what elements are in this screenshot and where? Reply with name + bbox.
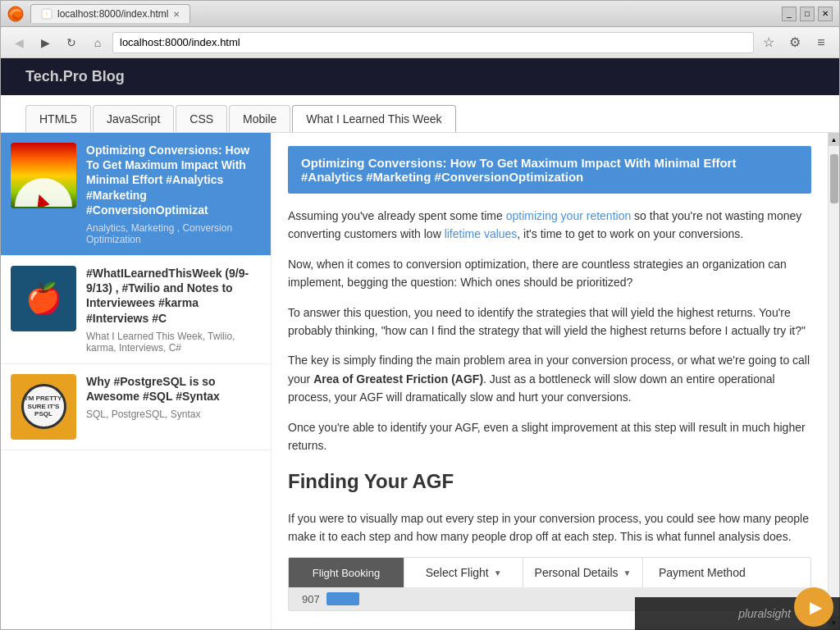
minimize-button[interactable]: _ bbox=[782, 7, 797, 21]
article-para-5: Once you're able to identify your AGF, e… bbox=[288, 418, 811, 455]
maximize-button[interactable]: □ bbox=[800, 7, 815, 21]
tab-javascript[interactable]: JavaScript bbox=[93, 105, 174, 132]
post-tags-1: Analytics, Marketing , Conversion Optimi… bbox=[86, 222, 261, 245]
nav-tabs: HTML5 JavaScript CSS Mobile What I Learn… bbox=[1, 95, 839, 133]
scroll-up-button[interactable]: ▲ bbox=[829, 133, 839, 146]
article-para-1: Assuming you've already spent some time … bbox=[288, 207, 811, 244]
scrollbar[interactable]: ▲ ▼ bbox=[828, 133, 839, 629]
flight-booking-row: Flight Booking Select Flight ▼ Personal … bbox=[289, 558, 810, 587]
post-tags-3: SQL, PostgreSQL, Syntax bbox=[86, 409, 261, 420]
settings-button[interactable]: ⚙ bbox=[783, 31, 806, 54]
post-tags-2: What I Learned This Week, Twilio, karma,… bbox=[86, 331, 261, 354]
main-area: Optimizing Conversions: How To Get Maxim… bbox=[1, 133, 839, 629]
apple-icon: 🍎 bbox=[25, 281, 62, 316]
refresh-button[interactable]: ↻ bbox=[60, 31, 83, 54]
scroll-thumb[interactable] bbox=[830, 154, 838, 203]
personal-details-arrow: ▼ bbox=[623, 568, 632, 578]
browser-logo bbox=[7, 6, 24, 22]
address-bar[interactable] bbox=[112, 32, 754, 53]
tab-css[interactable]: CSS bbox=[176, 105, 227, 132]
article-section-title: Finding Your AGF bbox=[288, 466, 811, 497]
title-bar: i localhost:8000/index.html ✕ _ □ ✕ bbox=[1, 1, 839, 27]
post-title-1: Optimizing Conversions: How To Get Maxim… bbox=[86, 143, 261, 217]
close-button[interactable]: ✕ bbox=[818, 7, 833, 21]
post-title-2: #WhatILearnedThisWeek (9/9-9/13) , #Twil… bbox=[86, 266, 261, 326]
forward-button[interactable]: ▶ bbox=[34, 31, 57, 54]
menu-button[interactable]: ≡ bbox=[810, 31, 833, 54]
pluralsight-label: pluralsight bbox=[738, 607, 791, 620]
back-button[interactable]: ◀ bbox=[7, 31, 30, 54]
post-thumb-2: 🍎 bbox=[11, 266, 76, 331]
personal-details-step[interactable]: Personal Details ▼ bbox=[523, 558, 641, 587]
scroll-track[interactable] bbox=[829, 146, 839, 616]
tab-mobile[interactable]: Mobile bbox=[229, 105, 290, 132]
page-content: Tech.Pro Blog HTML5 JavaScript CSS Mobil… bbox=[1, 58, 839, 629]
play-icon: ▶ bbox=[810, 597, 822, 617]
payment-method-label: Payment Method bbox=[659, 566, 746, 579]
tab-html5[interactable]: HTML5 bbox=[25, 105, 91, 132]
post-card-2[interactable]: 🍎 #WhatILearnedThisWeek (9/9-9/13) , #Tw… bbox=[1, 256, 271, 364]
progress-bar bbox=[326, 592, 359, 605]
post-card-3[interactable]: I'M PRETTYSURE IT'SPSQL Why #PostgreSQL … bbox=[1, 364, 271, 450]
window-controls: _ □ ✕ bbox=[782, 7, 833, 21]
post-thumb-3: I'M PRETTYSURE IT'SPSQL bbox=[11, 374, 76, 440]
tab-what-i-learned[interactable]: What I Learned This Week bbox=[292, 105, 455, 132]
article-para-3: To answer this question, you need to ide… bbox=[288, 304, 811, 340]
post-info-1: Optimizing Conversions: How To Get Maxim… bbox=[86, 143, 261, 245]
post-info-2: #WhatILearnedThisWeek (9/9-9/13) , #Twil… bbox=[86, 266, 261, 354]
link-optimizing-retention[interactable]: optimizing your retention bbox=[506, 209, 632, 222]
tab-close-button[interactable]: ✕ bbox=[173, 10, 180, 19]
select-flight-step[interactable]: Select Flight ▼ bbox=[404, 558, 523, 587]
payment-method-step[interactable]: Payment Method bbox=[642, 558, 810, 587]
article-header: Optimizing Conversions: How To Get Maxim… bbox=[288, 146, 811, 194]
flight-booking-label: Flight Booking bbox=[289, 558, 404, 587]
bookmark-button[interactable]: ☆ bbox=[757, 31, 780, 54]
home-button[interactable]: ⌂ bbox=[86, 31, 109, 54]
article-body: Assuming you've already spent some time … bbox=[288, 207, 811, 546]
article-area: Optimizing Conversions: How To Get Maxim… bbox=[272, 133, 828, 629]
link-lifetime-values[interactable]: lifetime values bbox=[445, 227, 518, 240]
article-section-text: If you were to visually map out every st… bbox=[288, 509, 811, 546]
post-info-3: Why #PostgreSQL is so Awesome #SQL #Synt… bbox=[86, 374, 261, 440]
progress-number: 907 bbox=[302, 593, 320, 605]
site-title: Tech.Pro Blog bbox=[25, 68, 125, 84]
browser-toolbar: ◀ ▶ ↻ ⌂ ☆ ⚙ ≡ bbox=[1, 27, 839, 58]
post-card-1[interactable]: Optimizing Conversions: How To Get Maxim… bbox=[1, 133, 271, 256]
play-button[interactable]: ▶ bbox=[794, 587, 833, 627]
post-title-3: Why #PostgreSQL is so Awesome #SQL #Synt… bbox=[86, 374, 261, 404]
article-para-4: The key is simply finding the main probl… bbox=[288, 351, 811, 406]
site-header: Tech.Pro Blog bbox=[1, 58, 839, 95]
sidebar: Optimizing Conversions: How To Get Maxim… bbox=[1, 133, 272, 629]
article-para-2: Now, when it comes to conversion optimiz… bbox=[288, 255, 811, 292]
post-thumb-1 bbox=[11, 143, 76, 208]
browser-tab-label: localhost:8000/index.html bbox=[57, 8, 168, 20]
browser-tab-active[interactable]: i localhost:8000/index.html ✕ bbox=[30, 4, 190, 23]
personal-details-label: Personal Details bbox=[535, 566, 619, 579]
select-flight-label: Select Flight bbox=[426, 566, 489, 579]
tab-bar: i localhost:8000/index.html ✕ bbox=[30, 4, 782, 23]
svg-text:i: i bbox=[46, 11, 47, 16]
select-flight-arrow: ▼ bbox=[494, 568, 502, 578]
